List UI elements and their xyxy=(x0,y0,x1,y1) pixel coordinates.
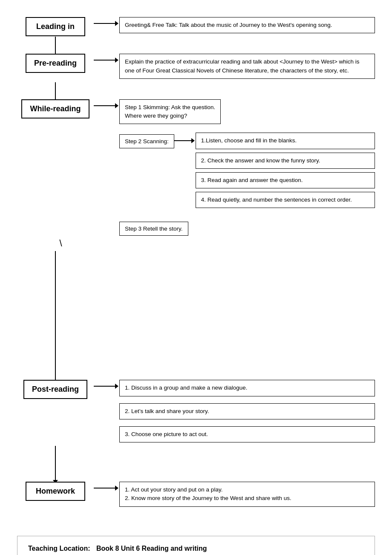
arrow-down-1 xyxy=(17,37,94,54)
arrow-down-line-3 xyxy=(55,446,56,480)
leading-in-arrow xyxy=(94,23,115,24)
leading-in-label: Leading in xyxy=(36,22,75,31)
homework-box: Homework xyxy=(26,482,85,501)
location-label: Teaching Location: xyxy=(28,545,90,552)
bottom-section: Teaching Location: Book 8 Unit 6 Reading… xyxy=(17,536,375,555)
homework-text-box: 1. Act out your story and put on a play.… xyxy=(119,482,375,507)
post-reading-content: 1. Discuss in a group and make a new dia… xyxy=(115,380,375,446)
homework-label: Homework xyxy=(36,487,75,495)
long-arrow-down xyxy=(55,251,56,383)
pre-reading-arrow xyxy=(94,60,115,61)
leading-in-text-box: Greeting& Free Talk: Talk about the musi… xyxy=(119,17,375,33)
while-reading-left: While-reading xyxy=(17,99,94,119)
step3-container: Step 3 Retell the story. xyxy=(119,218,375,236)
arrow-down-3 xyxy=(17,446,94,480)
step1-box: Step 1 Skimming: Ask the question.Where … xyxy=(119,99,221,124)
bottom-spacer xyxy=(17,510,375,527)
post-item-1-text: 1. Discuss in a group and make a new dia… xyxy=(125,384,247,391)
step2-arrow-line xyxy=(174,140,191,141)
backslash-char: \ xyxy=(59,238,62,249)
arrow-right-line-5 xyxy=(94,488,115,489)
homework-item-1: 1. Act out your story and put on a play. xyxy=(125,486,222,493)
pre-reading-left: Pre-reading xyxy=(17,54,94,73)
while-reading-content: Step 1 Skimming: Ask the question.Where … xyxy=(115,99,375,236)
while-to-post-spacer: \ xyxy=(17,236,375,383)
step2-item-4-text: 4. Read quietly, and number the sentence… xyxy=(201,197,352,203)
step2-item-2-text: 2. Check the answer and know the funny s… xyxy=(201,157,320,164)
step2-label: Step 2 Scanning: xyxy=(125,138,169,145)
step2-box: Step 2 Scanning: xyxy=(119,134,174,148)
leading-in-row: Leading in Greeting& Free Talk: Talk abo… xyxy=(17,17,375,37)
step2-item-1: 1.Listen, choose and fill in the blanks. xyxy=(196,133,375,149)
post-reading-label: Post-reading xyxy=(32,385,79,393)
step3-text: Step 3 Retell the story. xyxy=(125,225,183,232)
while-reading-arrow xyxy=(94,105,115,106)
step2-item-3-text: 3. Read again and answer the question. xyxy=(201,177,303,183)
post-item-1: 1. Discuss in a group and make a new dia… xyxy=(119,380,375,396)
arrow-down-2 xyxy=(17,82,94,99)
while-reading-box: While-reading xyxy=(21,99,89,119)
page: Leading in Greeting& Free Talk: Talk abo… xyxy=(0,0,392,555)
pre-reading-row: Pre-reading Explain the practice of extr… xyxy=(17,54,375,82)
arrow-right-line-3 xyxy=(94,105,115,106)
teaching-location-row: Teaching Location: Book 8 Unit 6 Reading… xyxy=(28,545,364,552)
step2-item-2: 2. Check the answer and know the funny s… xyxy=(196,153,375,169)
arrow-right-line-4 xyxy=(94,386,115,387)
homework-item-2: 2. Know more story of the Journey to the… xyxy=(125,495,291,501)
while-reading-row: While-reading Step 1 Skimming: Ask the q… xyxy=(17,99,375,236)
leading-in-left: Leading in xyxy=(17,17,94,36)
while-reading-label: While-reading xyxy=(30,104,81,113)
pre-reading-label: Pre-reading xyxy=(34,59,77,67)
leading-in-box: Leading in xyxy=(26,17,85,36)
post-item-2: 2. Let’s talk and share your story. xyxy=(119,403,375,419)
post-reading-left: Post-reading xyxy=(17,380,94,399)
homework-row: Homework 1. Act out your story and put o… xyxy=(17,482,375,510)
leading-in-text: Greeting& Free Talk: Talk about the musi… xyxy=(125,22,332,28)
pre-reading-text: Explain the practice of extracurricular … xyxy=(125,58,360,73)
step2-item-4: 4. Read quietly, and number the sentence… xyxy=(196,192,375,208)
post-reading-box: Post-reading xyxy=(23,380,87,399)
homework-arrow xyxy=(94,488,115,489)
homework-content: 1. Act out your story and put on a play.… xyxy=(115,482,375,510)
step1-container: Step 1 Skimming: Ask the question.Where … xyxy=(119,99,375,128)
arrow-right-line xyxy=(94,23,115,24)
post-item-3-text: 3. Choose one picture to act out. xyxy=(125,431,208,437)
step3-box: Step 3 Retell the story. xyxy=(119,222,188,236)
step2-item-1-text: 1.Listen, choose and fill in the blanks. xyxy=(201,137,297,144)
arrow-down-line-2 xyxy=(55,82,56,99)
pre-reading-box: Pre-reading xyxy=(26,54,85,73)
arrow-down-line-1 xyxy=(55,37,56,54)
homework-left: Homework xyxy=(17,482,94,501)
step2-arrow xyxy=(174,140,191,141)
leading-in-content: Greeting& Free Talk: Talk about the musi… xyxy=(115,17,375,37)
step2-item-3: 3. Read again and answer the question. xyxy=(196,172,375,188)
post-reading-arrow xyxy=(94,386,115,387)
pre-reading-text-box: Explain the practice of extracurricular … xyxy=(119,54,375,79)
post-item-3: 3. Choose one picture to act out. xyxy=(119,426,375,442)
post-reading-row: Post-reading 1. Discuss in a group and m… xyxy=(17,380,375,446)
post-item-2-text: 2. Let’s talk and share your story. xyxy=(125,408,209,414)
location-value: Book 8 Unit 6 Reading and writing xyxy=(96,545,207,552)
step1-text: Step 1 Skimming: Ask the question.Where … xyxy=(125,104,215,119)
while-post-arrow-col: \ xyxy=(17,236,94,383)
step2-row: Step 2 Scanning: 1.Listen, choose and fi… xyxy=(119,133,375,211)
arrow-right-line-2 xyxy=(94,60,115,61)
step2-items: 1.Listen, choose and fill in the blanks.… xyxy=(191,133,375,211)
pre-reading-content: Explain the practice of extracurricular … xyxy=(115,54,375,82)
